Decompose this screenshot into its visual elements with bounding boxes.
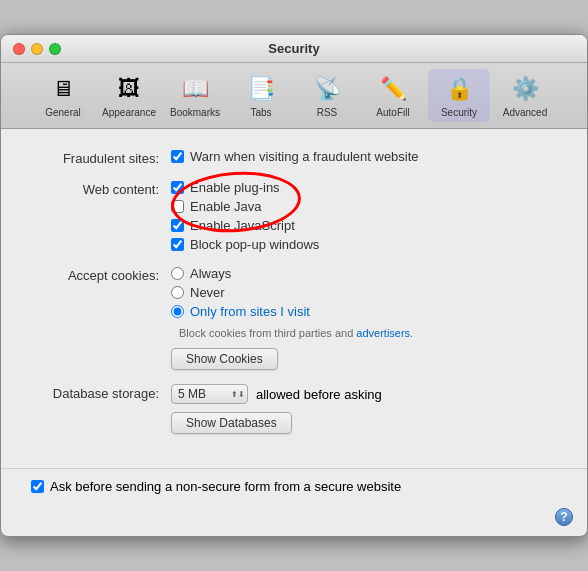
web-content-section: Web content: Enable plug-ins Enable Java… [31, 180, 557, 252]
sidebar-item-bookmarks[interactable]: 📖 Bookmarks [164, 69, 226, 122]
web-content-label: Web content: [31, 180, 171, 197]
enable-plugins-row: Enable plug-ins [171, 180, 557, 195]
security-icon: 🔒 [443, 73, 475, 105]
allowed-before-asking-text: allowed before asking [256, 387, 382, 402]
enable-java-checkbox[interactable] [171, 200, 184, 213]
cookies-never-radio[interactable] [171, 286, 184, 299]
general-label: General [45, 107, 81, 118]
advanced-label: Advanced [503, 107, 547, 118]
settings-content: Fraudulent sites: Warn when visiting a f… [1, 129, 587, 468]
cookies-visited-label: Only from sites I visit [190, 304, 310, 319]
database-size-select[interactable]: 5 MB 10 MB 20 MB 50 MB Unlimited [171, 384, 248, 404]
advertisers-link[interactable]: advertisers [356, 327, 410, 339]
titlebar: Security [1, 35, 587, 63]
database-section: Database storage: 5 MB 10 MB 20 MB 50 MB… [31, 384, 557, 434]
show-cookies-button[interactable]: Show Cookies [171, 348, 278, 370]
enable-plugins-label: Enable plug-ins [190, 180, 280, 195]
toolbar: 🖥 General 🖼 Appearance 📖 Bookmarks 📑 Tab… [1, 63, 587, 129]
sidebar-item-appearance[interactable]: 🖼 Appearance [98, 69, 160, 122]
cookies-always-radio[interactable] [171, 267, 184, 280]
database-label: Database storage: [31, 384, 171, 401]
autofill-icon: ✏️ [377, 73, 409, 105]
cookies-visited-radio[interactable] [171, 305, 184, 318]
fraudulent-warn-row: Warn when visiting a fraudulent website [171, 149, 557, 164]
enable-java-label: Enable Java [190, 199, 262, 214]
cookies-note: Block cookies from third parties and adv… [179, 327, 413, 339]
block-popups-label: Block pop-up windows [190, 237, 319, 252]
form-security-checkbox[interactable] [31, 480, 44, 493]
tabs-icon: 📑 [245, 73, 277, 105]
tabs-label: Tabs [250, 107, 271, 118]
maximize-button[interactable] [49, 43, 61, 55]
minimize-button[interactable] [31, 43, 43, 55]
close-button[interactable] [13, 43, 25, 55]
window-title: Security [268, 41, 319, 56]
cookies-never-label: Never [190, 285, 225, 300]
cookies-note-area: Block cookies from third parties and adv… [175, 325, 557, 340]
preferences-window: Security 🖥 General 🖼 Appearance 📖 Bookma… [0, 34, 588, 537]
sidebar-item-tabs[interactable]: 📑 Tabs [230, 69, 292, 122]
enable-java-row: Enable Java [171, 199, 557, 214]
cookies-options: Always Never Only from sites I visit Blo… [171, 266, 557, 370]
web-content-options: Enable plug-ins Enable Java Enable JavaS… [171, 180, 557, 252]
appearance-icon: 🖼 [113, 73, 145, 105]
cookies-always-label: Always [190, 266, 231, 281]
enable-plugins-checkbox[interactable] [171, 181, 184, 194]
block-popups-checkbox[interactable] [171, 238, 184, 251]
fraudulent-content: Warn when visiting a fraudulent website [171, 149, 557, 164]
appearance-label: Appearance [102, 107, 156, 118]
show-databases-button[interactable]: Show Databases [171, 412, 292, 434]
security-label: Security [441, 107, 477, 118]
bookmarks-icon: 📖 [179, 73, 211, 105]
rss-icon: 📡 [311, 73, 343, 105]
fraudulent-warn-text: Warn when visiting a fraudulent website [190, 149, 419, 164]
sidebar-item-advanced[interactable]: ⚙️ Advanced [494, 69, 556, 122]
sidebar-item-autofill[interactable]: ✏️ AutoFill [362, 69, 424, 122]
content-area: Fraudulent sites: Warn when visiting a f… [1, 129, 587, 536]
help-button[interactable]: ? [555, 508, 573, 526]
database-size-select-wrapper: 5 MB 10 MB 20 MB 50 MB Unlimited [171, 384, 248, 404]
sidebar-item-security[interactable]: 🔒 Security [428, 69, 490, 122]
fraudulent-warn-checkbox[interactable] [171, 150, 184, 163]
database-inline-row: 5 MB 10 MB 20 MB 50 MB Unlimited allowed… [171, 384, 557, 404]
show-databases-btn-wrapper: Show Databases [171, 408, 557, 434]
general-icon: 🖥 [47, 73, 79, 105]
form-security-section: Ask before sending a non-secure form fro… [1, 468, 587, 504]
cookies-label: Accept cookies: [31, 266, 171, 283]
form-security-label: Ask before sending a non-secure form fro… [50, 479, 401, 494]
fraudulent-sites-section: Fraudulent sites: Warn when visiting a f… [31, 149, 557, 166]
autofill-label: AutoFill [376, 107, 409, 118]
bookmarks-label: Bookmarks [170, 107, 220, 118]
cookies-section: Accept cookies: Always Never Only from s… [31, 266, 557, 370]
traffic-lights [13, 43, 61, 55]
show-cookies-btn-wrapper: Show Cookies [171, 344, 557, 370]
cookies-never-row: Never [171, 285, 557, 300]
database-content: 5 MB 10 MB 20 MB 50 MB Unlimited allowed… [171, 384, 557, 434]
cookies-visited-row: Only from sites I visit [171, 304, 557, 319]
enable-javascript-checkbox[interactable] [171, 219, 184, 232]
sidebar-item-general[interactable]: 🖥 General [32, 69, 94, 122]
cookies-always-row: Always [171, 266, 557, 281]
enable-javascript-row: Enable JavaScript [171, 218, 557, 233]
fraudulent-label: Fraudulent sites: [31, 149, 171, 166]
enable-javascript-label: Enable JavaScript [190, 218, 295, 233]
advanced-icon: ⚙️ [509, 73, 541, 105]
block-popups-row: Block pop-up windows [171, 237, 557, 252]
bottom-help-area: ? [1, 504, 587, 536]
rss-label: RSS [317, 107, 338, 118]
sidebar-item-rss[interactable]: 📡 RSS [296, 69, 358, 122]
